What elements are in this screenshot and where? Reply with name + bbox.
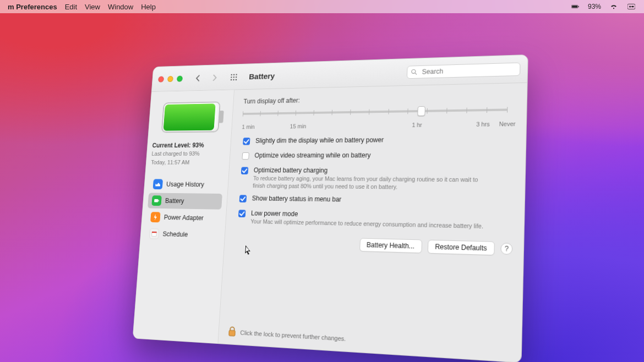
current-level-label: Current Level: 93% [152,142,226,150]
show-all-grid-button[interactable] [227,72,241,83]
opt-optimized-charging[interactable]: Optimized battery charging To reduce bat… [238,167,514,192]
svg-rect-5 [631,6,634,7]
opt-dim-display[interactable]: Slightly dim the display while on batter… [241,135,515,147]
checkbox-low-power-mode[interactable] [238,210,246,218]
search-input[interactable] [421,65,516,76]
svg-point-13 [233,79,234,80]
battery-health-button[interactable]: Battery Health... [359,238,422,254]
svg-point-10 [233,76,234,78]
svg-point-14 [236,79,237,80]
svg-point-7 [233,74,234,75]
traffic-lights [158,76,183,83]
schedule-icon [149,228,160,239]
battery-settings-pane: Turn display off after: 1 min [218,83,527,362]
macos-menubar: m Preferences Edit View Window Help 93% [0,0,644,13]
opt-menu-bar-status[interactable]: Show battery status in menu bar [237,195,514,209]
menubar-app-name[interactable]: m Preferences [8,3,57,11]
close-icon[interactable] [158,76,164,83]
sidebar-item-label: Usage History [166,181,204,189]
last-charged-label: Last charged to 93% [151,150,225,158]
svg-rect-16 [154,199,158,202]
menu-help[interactable]: Help [141,3,156,11]
sidebar-item-usage-history[interactable]: Usage History [149,177,223,193]
svg-rect-1 [572,6,577,8]
control-center-icon[interactable] [626,2,636,12]
checkbox-menu-bar-status[interactable] [239,195,247,203]
slider-thumb[interactable] [417,106,425,116]
system-preferences-window: Battery Current Level: 93% Last charged … [133,54,528,362]
restore-defaults-button[interactable]: Restore Defaults [427,240,495,256]
opt-optimize-video[interactable]: Optimize video streaming while on batter… [240,151,515,162]
svg-point-11 [236,76,237,78]
sidebar-item-label: Schedule [162,231,188,239]
menu-view[interactable]: View [85,3,100,11]
svg-point-9 [231,76,232,78]
sidebar-item-schedule[interactable]: Schedule [145,226,220,244]
display-off-label: Turn display off after: [243,92,516,106]
checkbox-optimized-charging[interactable] [241,167,249,174]
sidebar-item-label: Battery [165,198,184,205]
battery-large-icon [161,102,220,133]
svg-point-12 [231,79,232,80]
nav-back-button[interactable] [192,73,205,84]
macos-desktop: m Preferences Edit View Window Help 93% [0,0,644,362]
sidebar-item-power-adapter[interactable]: Power Adapter [146,210,221,227]
sidebar-item-label: Power Adapter [163,214,204,222]
help-button[interactable]: ? [500,243,512,255]
sidebar-item-battery[interactable]: Battery [148,193,222,210]
zoom-icon[interactable] [177,76,183,82]
battery-sidebar: Current Level: 93% Last charged to 93% T… [133,90,234,344]
svg-rect-20 [229,331,236,337]
svg-point-8 [236,74,237,75]
battery-icon [151,195,162,206]
lock-text: Click the lock to prevent further change… [240,330,346,343]
svg-point-4 [629,6,631,7]
lock-row[interactable]: Click the lock to prevent further change… [228,327,346,345]
mouse-cursor-icon [245,245,253,256]
menu-edit[interactable]: Edit [65,3,77,11]
svg-rect-17 [158,200,159,202]
minimize-icon[interactable] [167,76,173,82]
menubar-battery-percent: 93% [588,3,601,10]
svg-rect-2 [578,6,579,7]
usage-history-icon [153,179,163,190]
power-adapter-icon [150,212,161,222]
menubar-battery-icon[interactable] [570,2,580,12]
nav-forward-button[interactable] [208,72,221,84]
checkbox-dim-display[interactable] [243,138,250,145]
wifi-icon[interactable] [609,2,619,12]
checkbox-optimize-video[interactable] [242,152,249,160]
opt-low-power-mode[interactable]: Low power mode Your Mac will optimize pe… [236,210,513,232]
lock-icon[interactable] [228,327,237,338]
svg-point-15 [412,69,416,73]
search-field[interactable] [407,62,521,79]
charge-timestamp: Today, 11:57 AM [151,159,225,167]
window-title: Battery [249,72,275,81]
menu-window[interactable]: Window [108,3,133,11]
svg-point-6 [231,74,232,75]
